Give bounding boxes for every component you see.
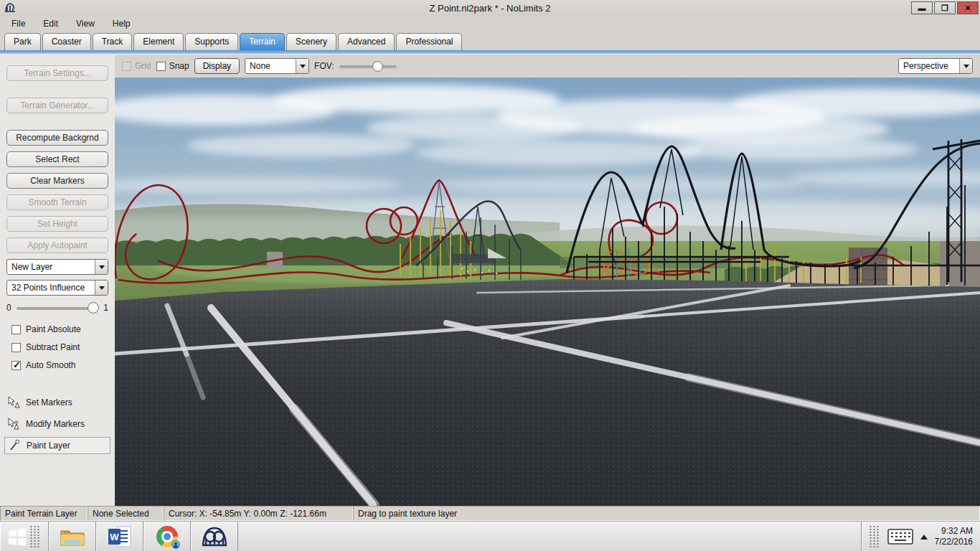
tab-coaster[interactable]: Coaster bbox=[42, 33, 91, 50]
set-height-button[interactable]: Set Height bbox=[6, 216, 108, 232]
taskbar-word[interactable]: W bbox=[96, 522, 143, 551]
title-bar: Z Point.nl2park * - NoLimits 2 ▬ ❐ ✕ bbox=[0, 0, 980, 16]
taskbar-chrome[interactable] bbox=[143, 522, 191, 551]
grid-checkbox[interactable]: Grid bbox=[122, 61, 151, 71]
viewport-3d[interactable] bbox=[115, 77, 980, 506]
set-markers-icon bbox=[7, 396, 20, 409]
nolimits2-window: Z Point.nl2park * - NoLimits 2 ▬ ❐ ✕ Fil… bbox=[0, 0, 980, 551]
display-button[interactable]: Display bbox=[194, 58, 240, 74]
viewport-toolbar: Grid Snap Display None FOV: Perspective bbox=[115, 54, 980, 77]
slider-max-label: 1 bbox=[103, 303, 108, 313]
terrain-generator-button[interactable]: Terrain Generator... bbox=[6, 98, 108, 113]
grid-checkbox-box[interactable] bbox=[122, 62, 131, 71]
touch-keyboard-icon[interactable] bbox=[887, 527, 913, 546]
status-hint: Drag to paint texture layer bbox=[353, 506, 980, 521]
menu-bar: File Edit View Help bbox=[0, 16, 980, 32]
paint-layer-tool[interactable]: Paint Layer bbox=[4, 437, 110, 454]
paint-strength-thumb[interactable] bbox=[88, 302, 99, 314]
smooth-terrain-button[interactable]: Smooth Terrain bbox=[6, 194, 108, 210]
menu-help[interactable]: Help bbox=[107, 17, 138, 30]
windows-logo-icon bbox=[8, 527, 27, 546]
chevron-down-icon[interactable] bbox=[95, 281, 108, 295]
word-icon: W bbox=[108, 526, 131, 547]
tab-track[interactable]: Track bbox=[93, 33, 133, 50]
influence-dropdown[interactable]: 32 Points Influence bbox=[6, 280, 108, 296]
fov-label: FOV: bbox=[314, 61, 334, 71]
restore-button[interactable]: ❐ bbox=[934, 1, 956, 14]
tab-element[interactable]: Element bbox=[133, 33, 184, 50]
tab-scenery[interactable]: Scenery bbox=[286, 33, 336, 50]
modify-markers-icon bbox=[7, 418, 20, 430]
recompute-backgrnd-button[interactable]: Recompute Backgrnd bbox=[6, 130, 108, 146]
snap-checkbox[interactable]: Snap bbox=[156, 61, 189, 71]
tab-terrain[interactable]: Terrain bbox=[240, 33, 285, 50]
status-selection: None Selected bbox=[88, 506, 164, 521]
status-mode: Paint Terrain Layer bbox=[0, 506, 88, 521]
clock-date: 7/22/2016 bbox=[935, 537, 973, 547]
fov-slider-track[interactable] bbox=[339, 65, 397, 68]
windows-taskbar: W 9:3 bbox=[0, 521, 980, 551]
tab-park[interactable]: Park bbox=[4, 33, 41, 50]
file-explorer-icon bbox=[60, 526, 85, 547]
tab-professional[interactable]: Professional bbox=[396, 33, 462, 50]
menu-file[interactable]: File bbox=[6, 17, 33, 30]
chevron-down-icon[interactable] bbox=[959, 59, 972, 73]
nolimits-icon bbox=[201, 525, 228, 548]
tab-supports[interactable]: Supports bbox=[185, 33, 238, 50]
clock-time: 9:32 AM bbox=[935, 526, 973, 537]
tray-expand-arrow[interactable] bbox=[920, 534, 928, 540]
start-button[interactable] bbox=[0, 522, 49, 551]
status-bar: Paint Terrain Layer None Selected Cursor… bbox=[0, 506, 980, 521]
status-cursor-coordinates: Cursor: X: -54.85m Y: 0.00m Z: -121.66m bbox=[164, 506, 353, 521]
terrain-sidebar: Terrain Settings... Terrain Generator...… bbox=[0, 54, 115, 506]
select-rect-button[interactable]: Select Rect bbox=[6, 151, 108, 167]
clear-markers-button[interactable]: Clear Markers bbox=[6, 173, 108, 189]
chevron-down-icon[interactable] bbox=[95, 260, 108, 274]
taskbar-nolimits[interactable] bbox=[191, 522, 238, 551]
auto-smooth-checkbox[interactable]: Auto Smooth bbox=[11, 360, 75, 370]
paint-layer-icon bbox=[8, 439, 21, 452]
system-tray: 9:32 AM 7/22/2016 bbox=[861, 522, 980, 551]
viewport-3d-scene bbox=[115, 77, 980, 506]
apply-autopaint-button[interactable]: Apply Autopaint bbox=[6, 237, 108, 253]
menu-edit[interactable]: Edit bbox=[37, 17, 66, 30]
menu-view[interactable]: View bbox=[70, 17, 103, 30]
taskbar-grip-dots bbox=[29, 525, 41, 548]
set-markers-tool[interactable]: Set Markers bbox=[4, 394, 110, 411]
taskbar-clock[interactable]: 9:32 AM 7/22/2016 bbox=[935, 526, 973, 547]
terrain-settings-button[interactable]: Terrain Settings... bbox=[6, 65, 108, 81]
paint-strength-track[interactable] bbox=[17, 307, 98, 310]
chrome-profile-badge bbox=[171, 540, 180, 549]
taskbar-file-explorer[interactable] bbox=[49, 522, 96, 551]
projection-dropdown[interactable]: Perspective bbox=[898, 58, 973, 74]
tray-grip-dots bbox=[869, 525, 880, 548]
layer-dropdown[interactable]: New Layer bbox=[6, 259, 108, 275]
modify-markers-tool[interactable]: Modify Markers bbox=[4, 415, 110, 433]
tab-advanced[interactable]: Advanced bbox=[338, 33, 395, 50]
minimize-button[interactable]: ▬ bbox=[911, 1, 933, 14]
fov-slider[interactable] bbox=[339, 61, 397, 72]
subtract-paint-checkbox[interactable]: Subtract Paint bbox=[11, 342, 80, 352]
slider-min-label: 0 bbox=[6, 303, 11, 313]
tab-bar: Park Coaster Track Element Supports Terr… bbox=[0, 32, 980, 50]
close-button[interactable]: ✕ bbox=[957, 1, 979, 14]
chevron-down-icon[interactable] bbox=[296, 59, 308, 73]
fov-slider-thumb[interactable] bbox=[372, 61, 383, 72]
gray-building bbox=[940, 241, 980, 287]
svg-text:W: W bbox=[110, 532, 119, 542]
paint-absolute-checkbox[interactable]: Paint Absolute bbox=[11, 324, 81, 334]
snap-checkbox-box[interactable] bbox=[156, 62, 166, 71]
paint-strength-slider[interactable]: 0 1 bbox=[6, 302, 108, 315]
display-mode-dropdown[interactable]: None bbox=[245, 58, 309, 74]
chrome-icon bbox=[156, 526, 178, 547]
window-title: Z Point.nl2park * - NoLimits 2 bbox=[0, 3, 980, 14]
